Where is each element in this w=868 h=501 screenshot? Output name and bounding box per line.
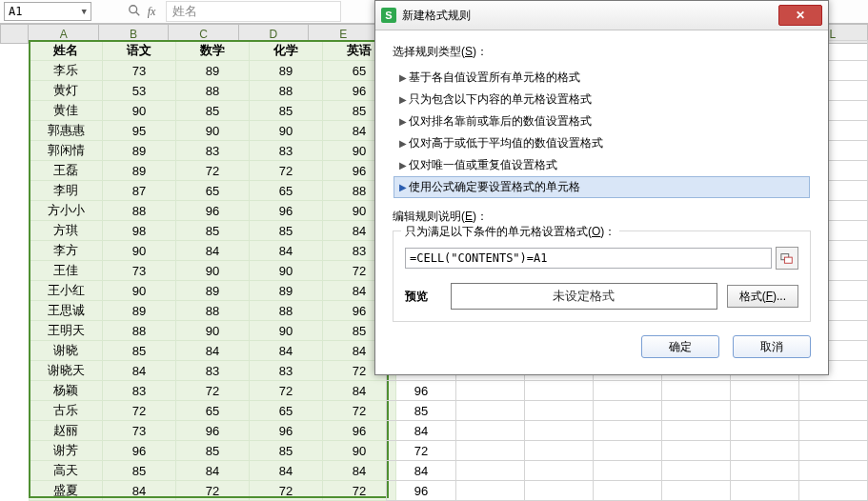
close-button[interactable]: ✕ <box>778 5 822 26</box>
cell[interactable]: 90 <box>103 241 176 261</box>
cell[interactable]: 84 <box>176 241 250 261</box>
cell[interactable]: 王小红 <box>30 281 103 301</box>
cell[interactable]: 84 <box>103 481 176 501</box>
cell[interactable] <box>593 441 661 461</box>
cell[interactable] <box>661 401 730 421</box>
cell[interactable] <box>524 461 593 481</box>
data-header[interactable]: 语文 <box>103 41 176 61</box>
fx-icon[interactable]: fx <box>143 5 160 19</box>
cell[interactable]: 85 <box>250 101 323 121</box>
selected-data-range[interactable]: 姓名语文数学化学英语李乐73898965黄灯53888896黄佳90858585… <box>29 40 396 501</box>
cell[interactable]: 89 <box>103 141 176 161</box>
cell[interactable]: 84 <box>387 461 456 481</box>
cell[interactable] <box>524 441 593 461</box>
cell[interactable]: 84 <box>387 421 456 441</box>
format-button[interactable]: 格式(F)... <box>727 285 798 308</box>
ok-button[interactable]: 确定 <box>641 335 719 358</box>
cell[interactable]: 96 <box>103 441 176 461</box>
cell[interactable] <box>524 401 593 421</box>
cell[interactable]: 98 <box>103 221 176 241</box>
cell[interactable]: 88 <box>250 81 323 101</box>
cell[interactable] <box>730 421 798 441</box>
cell[interactable]: 李方 <box>30 241 103 261</box>
formula-input[interactable]: 姓名 <box>166 1 341 22</box>
cell[interactable]: 72 <box>176 381 250 401</box>
rule-type-item[interactable]: ▶仅对高于或低于平均值的数值设置格式 <box>394 132 810 154</box>
dialog-titlebar[interactable]: S 新建格式规则 ✕ <box>375 1 828 30</box>
cell[interactable]: 83 <box>250 361 323 381</box>
cell[interactable]: 87 <box>103 181 176 201</box>
cell[interactable]: 84 <box>250 461 323 481</box>
cell[interactable]: 88 <box>250 301 323 321</box>
name-box[interactable]: A1 ▼ <box>4 2 91 21</box>
cell[interactable] <box>730 401 798 421</box>
cell[interactable] <box>455 441 524 461</box>
cell[interactable]: 85 <box>250 441 323 461</box>
cell[interactable] <box>798 461 867 481</box>
cell[interactable] <box>730 441 798 461</box>
cell[interactable] <box>661 441 730 461</box>
cell[interactable]: 73 <box>103 421 176 441</box>
cell[interactable]: 84 <box>176 341 250 361</box>
cell[interactable]: 王佳 <box>30 261 103 281</box>
range-picker-icon[interactable] <box>776 247 798 270</box>
cell[interactable] <box>455 381 524 401</box>
cell[interactable]: 72 <box>387 441 456 461</box>
cell[interactable]: 88 <box>103 201 176 221</box>
cell[interactable] <box>798 441 867 461</box>
cell[interactable]: 谢晓 <box>30 341 103 361</box>
cell[interactable]: 90 <box>103 101 176 121</box>
cell[interactable]: 84 <box>250 341 323 361</box>
cell[interactable]: 89 <box>176 61 250 81</box>
cell[interactable]: 83 <box>176 361 250 381</box>
cell[interactable]: 李乐 <box>30 61 103 81</box>
cell[interactable]: 王思诚 <box>30 301 103 321</box>
cell[interactable]: 黄佳 <box>30 101 103 121</box>
cell[interactable]: 88 <box>103 321 176 341</box>
cell[interactable] <box>661 421 730 441</box>
cell[interactable]: 90 <box>103 281 176 301</box>
cell[interactable]: 65 <box>176 181 250 201</box>
cell[interactable] <box>730 481 798 501</box>
cell[interactable]: 高天 <box>30 461 103 481</box>
cell[interactable]: 谢芳 <box>30 441 103 461</box>
cell[interactable]: 90 <box>323 441 396 461</box>
cell[interactable]: 90 <box>176 321 250 341</box>
cell[interactable]: 72 <box>103 401 176 421</box>
cell[interactable]: 89 <box>103 301 176 321</box>
cell[interactable] <box>593 461 661 481</box>
cell[interactable]: 96 <box>387 481 456 501</box>
cell[interactable] <box>455 461 524 481</box>
cell[interactable]: 96 <box>250 421 323 441</box>
cell[interactable]: 李明 <box>30 181 103 201</box>
cell[interactable]: 72 <box>323 401 396 421</box>
cell[interactable] <box>593 401 661 421</box>
cell[interactable]: 89 <box>250 61 323 81</box>
cell[interactable]: 方琪 <box>30 221 103 241</box>
cell[interactable]: 83 <box>250 141 323 161</box>
cell[interactable]: 65 <box>176 401 250 421</box>
cell[interactable] <box>593 421 661 441</box>
rule-type-list[interactable]: ▶基于各自值设置所有单元格的格式▶只为包含以下内容的单元格设置格式▶仅对排名靠前… <box>393 66 811 199</box>
cell[interactable] <box>455 401 524 421</box>
cell[interactable]: 盛夏 <box>30 481 103 501</box>
cell[interactable]: 古乐 <box>30 401 103 421</box>
cell[interactable] <box>524 421 593 441</box>
cell[interactable] <box>455 481 524 501</box>
cell[interactable]: 65 <box>250 181 323 201</box>
cell[interactable]: 96 <box>387 381 456 401</box>
cell[interactable]: 73 <box>103 261 176 281</box>
cell[interactable]: 65 <box>250 401 323 421</box>
cell[interactable]: 96 <box>176 421 250 441</box>
cell[interactable]: 王磊 <box>30 161 103 181</box>
cell[interactable]: 85 <box>176 221 250 241</box>
cell[interactable]: 90 <box>250 121 323 141</box>
cell[interactable]: 96 <box>250 201 323 221</box>
cell[interactable]: 72 <box>176 161 250 181</box>
cell[interactable]: 杨颖 <box>30 381 103 401</box>
cell[interactable]: 72 <box>323 481 396 501</box>
data-header[interactable]: 化学 <box>250 41 323 61</box>
rule-type-item[interactable]: ▶仅对唯一值或重复值设置格式 <box>394 154 810 176</box>
cell[interactable]: 方小小 <box>30 201 103 221</box>
rule-type-item[interactable]: ▶基于各自值设置所有单元格的格式 <box>394 67 810 89</box>
